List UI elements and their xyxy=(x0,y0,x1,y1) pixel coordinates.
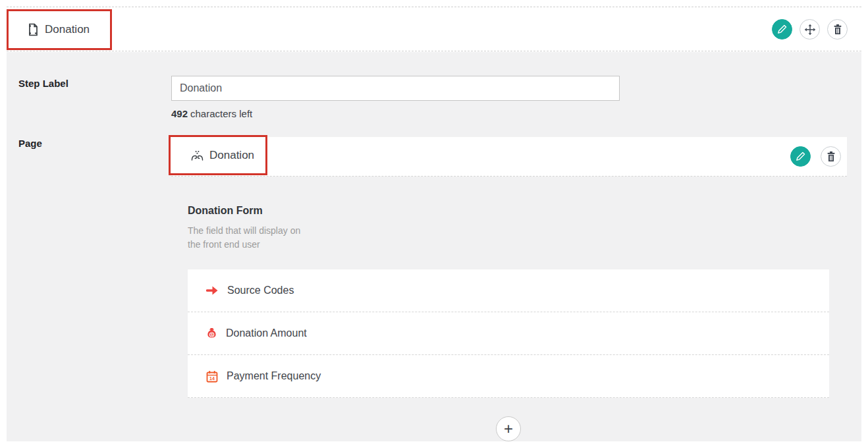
step-document-icon xyxy=(26,23,40,36)
page-delete-button[interactable] xyxy=(821,146,841,167)
field-row-donation-amount[interactable]: S Donation Amount xyxy=(188,312,829,355)
page-title-highlighted[interactable]: Donation xyxy=(169,135,267,175)
step-header-bar: Donation xyxy=(7,7,861,51)
field-label: Donation Amount xyxy=(226,327,307,339)
section-description-line2: the front end user xyxy=(188,238,300,252)
step-label-input[interactable] xyxy=(171,76,620,101)
money-bag-icon: S xyxy=(206,327,217,340)
step-body-panel: Step Label 492characters left Page Donat xyxy=(7,52,861,441)
page-label: Page xyxy=(18,138,42,149)
step-edit-button[interactable] xyxy=(772,19,792,40)
section-heading: Donation Form xyxy=(188,205,263,217)
page-title: Donation xyxy=(209,149,254,162)
pencil-icon xyxy=(795,151,806,162)
characters-left-count: 492 xyxy=(171,108,188,119)
step-label-label: Step Label xyxy=(18,78,68,89)
field-label: Payment Frequency xyxy=(227,370,321,382)
section-description: The field that will display on the front… xyxy=(188,224,300,252)
page-card-header: Donation xyxy=(171,137,847,177)
field-row-payment-frequency[interactable]: 14 Payment Frequency xyxy=(188,355,829,398)
plus-icon: + xyxy=(504,421,513,437)
step-title: Donation xyxy=(45,23,90,36)
calendar-glyph: 14 xyxy=(209,376,215,381)
move-icon xyxy=(804,24,816,36)
field-list: Source Codes S Donation Amount xyxy=(188,269,829,398)
pencil-icon xyxy=(776,24,788,35)
step-delete-button[interactable] xyxy=(827,19,848,40)
calendar-icon: 14 xyxy=(206,370,218,383)
trash-icon xyxy=(832,24,843,35)
step-move-button[interactable] xyxy=(800,19,820,40)
hands-donation-icon xyxy=(191,150,203,161)
section-description-line1: The field that will display on xyxy=(188,224,300,238)
trash-icon xyxy=(826,151,836,162)
donation-step-editor: Donation xyxy=(0,0,868,444)
field-row-source-codes[interactable]: Source Codes xyxy=(188,269,829,312)
step-title-highlighted[interactable]: Donation xyxy=(7,9,112,50)
field-label: Source Codes xyxy=(227,285,294,296)
arrow-right-icon xyxy=(206,285,219,296)
characters-left-text: characters left xyxy=(190,108,252,119)
add-field-button[interactable]: + xyxy=(496,416,521,441)
page-edit-button[interactable] xyxy=(790,146,811,167)
money-bag-glyph: S xyxy=(210,332,213,337)
characters-left-note: 492characters left xyxy=(171,108,252,119)
